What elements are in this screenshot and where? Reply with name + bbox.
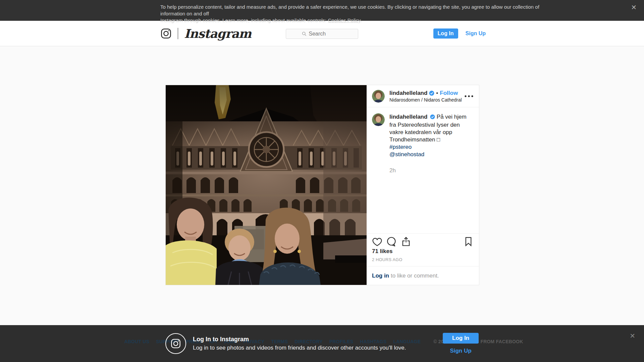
caption-verified-badge-icon <box>430 114 435 121</box>
header-login-button[interactable]: Log In <box>433 28 458 39</box>
comment-login-row: Log in to like or comment. <box>367 266 479 285</box>
avatar[interactable] <box>372 90 385 103</box>
caption-username-link[interactable]: lindahelleland <box>389 114 427 120</box>
share-icon[interactable] <box>401 236 411 247</box>
caption-area: lindahelleland På vei hjem fra Pstereofe… <box>367 107 479 233</box>
cookie-text: To help personalize content, tailor and … <box>160 4 563 24</box>
cookies-policy-link[interactable]: Cookies Policy <box>328 17 360 23</box>
follow-separator: • <box>436 90 438 97</box>
instagram-circle-icon <box>165 333 186 354</box>
caption-avatar[interactable] <box>372 113 385 126</box>
post-side-panel: lindahelleland • Follow Nidarosdomen / N… <box>367 85 479 285</box>
caption-mention-link[interactable]: @stinehostad <box>389 151 424 158</box>
header-signup-link[interactable]: Sign Up <box>466 31 486 37</box>
caption-body: lindahelleland På vei hjem fra Pstereofe… <box>389 113 474 227</box>
cookie-line1: To help personalize content, tailor and … <box>160 4 539 16</box>
likes-count[interactable]: 71 likes <box>372 248 474 255</box>
comment-login-text: to like or comment. <box>391 273 439 279</box>
search-box[interactable] <box>286 29 358 39</box>
caption-hashtag-link[interactable]: #pstereo <box>389 143 412 151</box>
comment-login-link[interactable]: Log in <box>372 273 389 279</box>
instagram-logo[interactable]: Instagram <box>160 26 251 41</box>
username-link[interactable]: lindahelleland <box>389 90 427 97</box>
comment-icon[interactable] <box>386 236 397 247</box>
post-header: lindahelleland • Follow Nidarosdomen / N… <box>367 85 479 107</box>
post-timestamp: 2 HOURS AGO <box>372 257 474 262</box>
site-header: Instagram Log In Sign Up <box>0 21 644 46</box>
cookie-close-icon[interactable]: ✕ <box>631 4 637 11</box>
search-icon <box>302 32 307 36</box>
post-location[interactable]: Nidarosdomen / Nidaros Cathedral <box>389 97 462 103</box>
login-bar-subtitle: Log in to see photos and videos from fri… <box>193 345 406 351</box>
cookie-banner: To help personalize content, tailor and … <box>0 0 644 21</box>
logo-divider <box>178 28 178 39</box>
login-bar-title: Log In to Instagram <box>193 336 406 343</box>
like-icon[interactable] <box>372 236 382 247</box>
save-icon[interactable] <box>463 236 474 247</box>
login-bar-signup-link[interactable]: Sign Up <box>443 348 479 354</box>
post-card: lindahelleland • Follow Nidarosdomen / N… <box>165 85 479 285</box>
search-input[interactable] <box>309 31 342 37</box>
more-options-icon[interactable] <box>464 95 474 97</box>
post-actions: 71 likes 2 HOURS AGO <box>367 233 479 266</box>
instagram-wordmark: Instagram <box>184 26 251 41</box>
caption-time: 2h <box>389 167 474 174</box>
verified-badge-icon <box>429 90 434 96</box>
footer: ABOUT US SUPPORT PRESS API JOBS PRIVACY … <box>0 325 644 362</box>
cookie-suffix: . <box>361 17 362 23</box>
cookie-line2: Instagram through cookies. Learn more, i… <box>160 17 328 23</box>
login-bar-close-icon[interactable]: ✕ <box>630 332 635 340</box>
follow-button[interactable]: Follow <box>440 90 458 97</box>
post-photo <box>166 85 367 285</box>
instagram-camera-icon <box>160 28 172 39</box>
login-bar-login-button[interactable]: Log In <box>443 333 479 344</box>
login-bar: Log In to Instagram Log in to see photos… <box>0 325 644 362</box>
